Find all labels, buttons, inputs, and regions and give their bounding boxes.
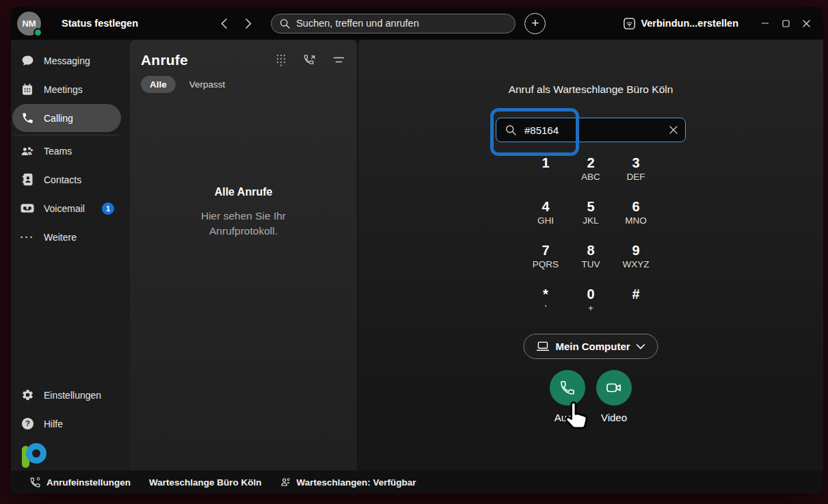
- queue-status-label: Warteschlangen: Verfügbar: [297, 477, 416, 488]
- dialpad: 1 2ABC 3DEF 4GHI 5JKL 6MNO 7PQRS 8TUV 9W…: [523, 155, 658, 330]
- sidebar: Messaging Meetings Calling Teams: [11, 40, 130, 470]
- plus-icon: +: [531, 16, 539, 29]
- forward-button[interactable]: [241, 16, 256, 31]
- create-connection-button[interactable]: Verbindun...erstellen: [624, 18, 738, 29]
- sidebar-item-calling[interactable]: Calling: [12, 104, 121, 132]
- maximize-button[interactable]: [775, 13, 796, 34]
- dialpad-key-hash[interactable]: #: [613, 286, 658, 330]
- calling-icon: [21, 111, 34, 125]
- dialpad-key-8[interactable]: 8TUV: [568, 242, 613, 286]
- sidebar-item-messaging[interactable]: Messaging: [12, 47, 121, 75]
- dialpad-key-7[interactable]: 7PQRS: [523, 242, 568, 286]
- svg-text:?: ?: [25, 419, 30, 427]
- dialpad-key-5[interactable]: 5JKL: [568, 198, 613, 242]
- filter-icon: [333, 56, 345, 64]
- meetings-icon: [21, 83, 34, 96]
- settings-gear-icon: [21, 388, 34, 402]
- back-button[interactable]: [216, 16, 231, 31]
- sidebar-divider: [14, 135, 120, 135]
- sidebar-item-meetings[interactable]: Meetings: [12, 75, 121, 103]
- outgoing-call-button[interactable]: [302, 53, 317, 68]
- sidebar-item-label: Einstellungen: [44, 390, 101, 401]
- status-set-button[interactable]: Status festlegen: [62, 18, 138, 29]
- calls-panel-title: Anrufe: [141, 52, 188, 68]
- empty-state-text-line1: Hier sehen Sie Ihr: [130, 209, 357, 224]
- chevron-left-icon: [221, 18, 227, 29]
- sidebar-item-label: Voicemail: [44, 203, 85, 214]
- sidebar-item-teams[interactable]: Teams: [12, 137, 121, 165]
- video-camera-icon: [605, 380, 623, 396]
- call-settings-button[interactable]: Anrufeinstellungen: [29, 477, 131, 488]
- global-search-input[interactable]: Suchen, treffen und anrufen: [271, 14, 516, 34]
- minimize-icon: [761, 19, 769, 27]
- search-icon: [280, 18, 290, 29]
- titlebar: NM Status festlegen Suchen, treffen und …: [11, 7, 823, 40]
- audio-call-button[interactable]: [550, 370, 585, 406]
- empty-state-text-line2: Anrufprotokoll.: [130, 224, 357, 239]
- sidebar-item-label: Meetings: [44, 84, 83, 95]
- connection-icon: [624, 18, 635, 29]
- dialpad-key-2[interactable]: 2ABC: [568, 155, 613, 198]
- filter-button[interactable]: [331, 53, 346, 68]
- clear-input-button[interactable]: [663, 120, 684, 140]
- sidebar-item-weitere[interactable]: ··· Weitere: [12, 223, 121, 251]
- avatar[interactable]: NM: [17, 12, 41, 36]
- chevron-down-icon: [637, 344, 645, 349]
- dial-number-input[interactable]: [516, 124, 663, 136]
- dialpad-key-1[interactable]: 1: [523, 155, 568, 198]
- statusbar: Anrufeinstellungen Warteschlange Büro Kö…: [11, 470, 823, 494]
- phone-icon: [559, 380, 576, 396]
- sidebar-item-einstellungen[interactable]: Einstellungen: [12, 381, 121, 409]
- sidebar-item-hilfe[interactable]: ? Hilfe: [12, 410, 121, 438]
- empty-state-title: Alle Anrufe: [130, 186, 357, 198]
- maximize-icon: [782, 20, 790, 27]
- dialpad-key-9[interactable]: 9WXYZ: [613, 242, 658, 286]
- queue-status-button[interactable]: Warteschlangen: Verfügbar: [280, 477, 416, 488]
- phone-outgoing-icon: [303, 53, 317, 67]
- create-connection-label: Verbindun...erstellen: [641, 18, 738, 29]
- sidebar-item-label: Weitere: [44, 232, 77, 243]
- dial-panel-heading: Anruf als Warteschlange Büro Köln: [358, 83, 823, 96]
- teams-icon: [21, 144, 34, 158]
- dialpad-key-6[interactable]: 6MNO: [613, 198, 658, 242]
- tab-verpasst[interactable]: Verpasst: [183, 79, 232, 90]
- presence-status-icon: [34, 28, 42, 37]
- close-icon: [669, 126, 678, 134]
- search-icon: [505, 124, 516, 135]
- new-action-button[interactable]: +: [524, 13, 546, 34]
- close-icon: [803, 20, 810, 27]
- audio-call-label: Audio: [555, 412, 580, 423]
- dialpad-toggle-button[interactable]: [273, 53, 289, 68]
- window-controls: [755, 13, 816, 34]
- device-selector-button[interactable]: Mein Computer: [523, 334, 658, 359]
- video-call-label: Video: [601, 412, 627, 423]
- calls-panel: Anrufe Alle Verpasst Alle: [130, 40, 357, 470]
- call-settings-label: Anrufeinstellungen: [46, 477, 131, 488]
- call-actions: Audio Video: [548, 370, 633, 423]
- contacts-icon: [21, 173, 34, 187]
- tab-alle[interactable]: Alle: [141, 76, 176, 93]
- dialpad-key-3[interactable]: 3DEF: [613, 155, 658, 198]
- sidebar-footer: Einstellungen ? Hilfe: [11, 381, 130, 470]
- queue-agent-icon: [280, 477, 291, 488]
- history-nav: [216, 16, 256, 31]
- close-button[interactable]: [796, 13, 816, 34]
- chevron-right-icon: [245, 18, 252, 29]
- dialpad-key-0[interactable]: 0+: [568, 286, 613, 330]
- dial-search-field: [496, 118, 686, 142]
- dialpad-icon: [276, 54, 286, 66]
- dialpad-key-star[interactable]: *': [523, 286, 568, 330]
- sidebar-item-label: Teams: [44, 146, 72, 157]
- sidebar-item-label: Contacts: [44, 174, 81, 185]
- voicemail-count-badge: 1: [102, 202, 114, 215]
- video-call-button[interactable]: [596, 370, 632, 406]
- minimize-button[interactable]: [755, 13, 775, 34]
- sidebar-item-voicemail[interactable]: Voicemail 1: [12, 194, 121, 222]
- help-icon: ?: [21, 417, 34, 431]
- sidebar-item-contacts[interactable]: Contacts: [12, 165, 121, 194]
- sidebar-item-label: Messaging: [44, 55, 90, 66]
- dialpad-key-4[interactable]: 4GHI: [523, 198, 568, 242]
- main-area: Messaging Meetings Calling Teams: [11, 40, 823, 470]
- queue-name-button[interactable]: Warteschlange Büro Köln: [149, 477, 262, 488]
- app-window: NM Status festlegen Suchen, treffen und …: [11, 7, 823, 494]
